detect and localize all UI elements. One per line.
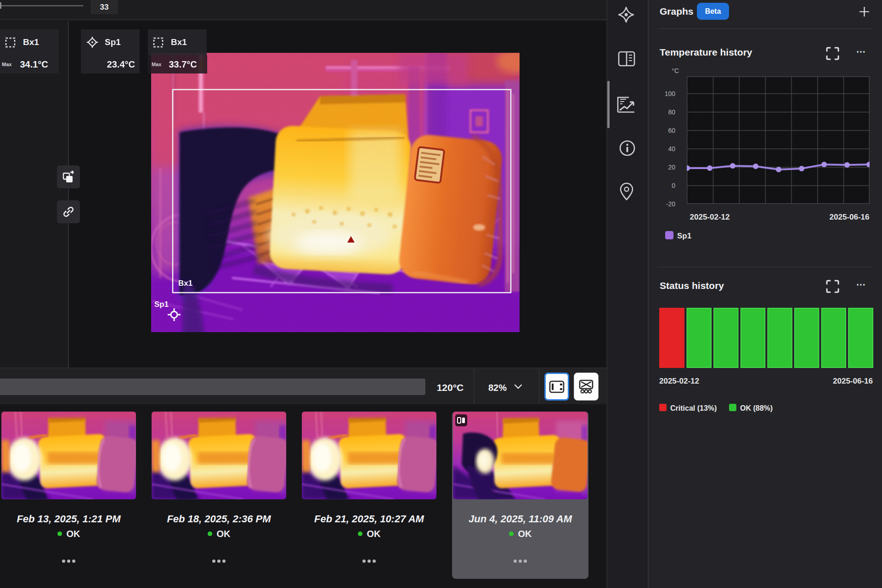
svg-text:Bx1: Bx1 — [178, 279, 192, 288]
svg-text:Sp1: Sp1 — [154, 300, 169, 309]
